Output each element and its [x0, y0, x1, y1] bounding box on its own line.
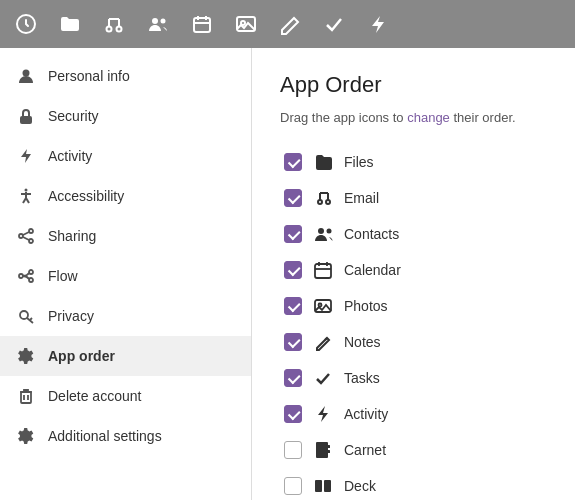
- check-icon[interactable]: [316, 6, 352, 42]
- gear-icon: [16, 346, 36, 366]
- svg-point-2: [117, 27, 122, 32]
- app-name-files: Files: [344, 154, 374, 170]
- svg-point-15: [23, 70, 30, 77]
- sidebar-item-security[interactable]: Security: [0, 96, 251, 136]
- app-icon-calendar: [312, 259, 334, 281]
- app-name-deck: Deck: [344, 478, 376, 494]
- sidebar-label: App order: [48, 348, 115, 364]
- app-item-calendar[interactable]: Calendar: [280, 253, 547, 287]
- app-icon-contacts: [312, 223, 334, 245]
- app-item-notes[interactable]: Notes: [280, 325, 547, 359]
- app-item-photos[interactable]: Photos: [280, 289, 547, 323]
- svg-rect-53: [326, 445, 330, 448]
- svg-point-37: [318, 200, 322, 204]
- sidebar-item-activity[interactable]: Activity: [0, 136, 251, 176]
- app-item-contacts[interactable]: Contacts: [280, 217, 547, 251]
- svg-point-31: [20, 311, 28, 319]
- app-item-activity[interactable]: Activity: [280, 397, 547, 431]
- sidebar-item-sharing[interactable]: Sharing: [0, 216, 251, 256]
- svg-point-23: [29, 229, 33, 233]
- trash-icon: [16, 386, 36, 406]
- svg-rect-48: [315, 300, 331, 312]
- sidebar-label: Personal info: [48, 68, 130, 84]
- app-checkbox-files[interactable]: [284, 153, 302, 171]
- app-checkbox-calendar[interactable]: [284, 261, 302, 279]
- app-checkbox-tasks[interactable]: [284, 369, 302, 387]
- sidebar-label: Activity: [48, 148, 92, 164]
- svg-point-30: [29, 278, 33, 282]
- svg-point-1: [107, 27, 112, 32]
- svg-point-29: [29, 270, 33, 274]
- app-icon-notes: [312, 331, 334, 353]
- svg-point-25: [19, 234, 23, 238]
- home-icon[interactable]: [8, 6, 44, 42]
- contacts-icon[interactable]: [140, 6, 176, 42]
- sidebar-item-flow[interactable]: Flow: [0, 256, 251, 296]
- desc-end: their order.: [450, 110, 516, 125]
- app-order-list: Files Email: [280, 145, 547, 500]
- svg-rect-54: [326, 450, 330, 453]
- svg-marker-14: [372, 16, 384, 33]
- sidebar-item-app-order[interactable]: App order: [0, 336, 251, 376]
- folder-icon[interactable]: [52, 6, 88, 42]
- app-item-files[interactable]: Files: [280, 145, 547, 179]
- app-icon-activity: [312, 403, 334, 425]
- app-name-calendar: Calendar: [344, 262, 401, 278]
- sidebar-item-privacy[interactable]: Privacy: [0, 296, 251, 336]
- app-icon-carnet: [312, 439, 334, 461]
- app-item-email[interactable]: Email: [280, 181, 547, 215]
- page-title: App Order: [280, 72, 547, 98]
- svg-line-27: [23, 237, 29, 240]
- app-checkbox-deck[interactable]: [284, 477, 302, 495]
- svg-marker-17: [21, 149, 31, 163]
- desc-link[interactable]: change: [407, 110, 450, 125]
- app-checkbox-carnet[interactable]: [284, 441, 302, 459]
- flow-icon: [16, 266, 36, 286]
- svg-rect-34: [21, 392, 31, 403]
- app-name-contacts: Contacts: [344, 226, 399, 242]
- cut-icon[interactable]: [96, 6, 132, 42]
- svg-point-38: [326, 200, 330, 204]
- app-item-carnet[interactable]: Carnet: [280, 433, 547, 467]
- app-icon-files: [312, 151, 334, 173]
- bolt-icon: [16, 146, 36, 166]
- svg-line-33: [30, 318, 32, 320]
- gear2-icon: [16, 426, 36, 446]
- app-checkbox-activity[interactable]: [284, 405, 302, 423]
- app-checkbox-contacts[interactable]: [284, 225, 302, 243]
- share-icon: [16, 226, 36, 246]
- svg-rect-55: [315, 480, 322, 492]
- sidebar-label: Sharing: [48, 228, 96, 244]
- accessibility-icon: [16, 186, 36, 206]
- edit-icon[interactable]: [272, 6, 308, 42]
- svg-line-22: [26, 198, 29, 203]
- svg-rect-52: [316, 442, 328, 458]
- app-name-email: Email: [344, 190, 379, 206]
- sidebar-item-delete-account[interactable]: Delete account: [0, 376, 251, 416]
- app-item-tasks[interactable]: Tasks: [280, 361, 547, 395]
- app-checkbox-photos[interactable]: [284, 297, 302, 315]
- main-layout: Personal info Security Activity: [0, 48, 575, 500]
- content-area: App Order Drag the app icons to change t…: [252, 48, 575, 500]
- sidebar: Personal info Security Activity: [0, 48, 252, 500]
- sidebar-label: Privacy: [48, 308, 94, 324]
- svg-point-6: [152, 18, 158, 24]
- activity-bolt-icon[interactable]: [360, 6, 396, 42]
- app-checkbox-notes[interactable]: [284, 333, 302, 351]
- app-item-deck[interactable]: Deck: [280, 469, 547, 500]
- svg-rect-56: [324, 480, 331, 492]
- svg-line-26: [23, 232, 29, 235]
- toolbar: [0, 0, 575, 48]
- sidebar-item-accessibility[interactable]: Accessibility: [0, 176, 251, 216]
- svg-point-28: [19, 274, 23, 278]
- sidebar-item-additional-settings[interactable]: Additional settings: [0, 416, 251, 456]
- app-checkbox-email[interactable]: [284, 189, 302, 207]
- svg-point-43: [327, 229, 332, 234]
- svg-marker-51: [318, 406, 328, 422]
- app-icon-deck: [312, 475, 334, 497]
- photos-icon[interactable]: [228, 6, 264, 42]
- calendar-icon[interactable]: [184, 6, 220, 42]
- sidebar-item-personal-info[interactable]: Personal info: [0, 56, 251, 96]
- person-icon: [16, 66, 36, 86]
- app-name-photos: Photos: [344, 298, 388, 314]
